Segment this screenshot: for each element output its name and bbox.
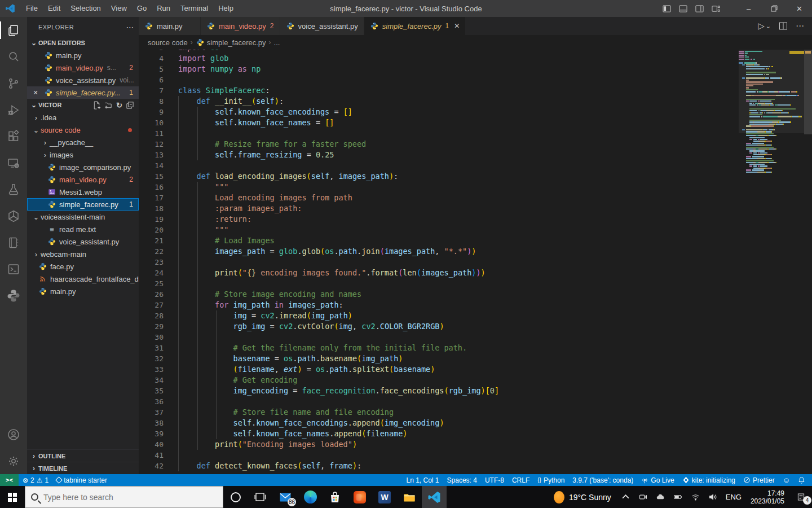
tree-item-webcam-main[interactable]: ›webcam-main — [27, 248, 139, 260]
tree-item-main-video-py[interactable]: main_video.py2 — [27, 173, 139, 186]
meet-now-icon[interactable] — [634, 486, 652, 508]
breadcrumb[interactable]: source code › simple_facerec.py › ... — [139, 35, 812, 50]
tree-item-Messi1-webp[interactable]: Messi1.webp — [27, 186, 139, 198]
timeline-header[interactable]: › TIMELINE — [27, 462, 139, 474]
toggle-panel-icon[interactable] — [679, 5, 687, 13]
file-explorer-icon[interactable] — [397, 486, 422, 508]
code-line-29[interactable]: 29 rgb_img = cv2.cvtColor(img, cv2.COLOR… — [139, 321, 739, 332]
wifi-icon[interactable] — [687, 486, 704, 508]
tree-item-voiceassistent-main[interactable]: ⌄voiceassistent-main — [27, 211, 139, 223]
code-line-4[interactable]: 4import glob — [139, 53, 739, 64]
minimize-button[interactable]: – — [736, 0, 761, 17]
word-app-icon[interactable]: W — [372, 486, 397, 508]
code-line-28[interactable]: 28 img = cv2.imread(img_path) — [139, 310, 739, 321]
breadcrumb-file[interactable]: simple_facerec.py — [207, 38, 266, 47]
python-interpreter[interactable]: 3.9.7 ('base': conda) — [568, 476, 637, 484]
notebook-extension-icon[interactable] — [0, 229, 27, 256]
search-icon[interactable] — [0, 43, 27, 70]
close-editor-icon[interactable]: ✕ — [27, 89, 44, 97]
show-hidden-icons-chevron[interactable] — [617, 486, 634, 508]
menu-run[interactable]: Run — [152, 4, 175, 12]
customize-layout-icon[interactable] — [712, 5, 720, 13]
menu-view[interactable]: View — [106, 4, 132, 12]
code-editor[interactable]: 3import os4import glob5import numpy as n… — [139, 50, 739, 474]
new-file-icon[interactable] — [92, 101, 101, 110]
code-line-6[interactable]: 6 — [139, 75, 739, 85]
eol-setting[interactable]: CRLF — [508, 476, 533, 484]
terminal-extension-icon[interactable] — [0, 256, 27, 282]
code-line-17[interactable]: 17 Load encoding images from path — [139, 192, 739, 203]
code-line-15[interactable]: 15 def load_encoding_images(self, images… — [139, 171, 739, 182]
close-tab-icon[interactable]: ✕ — [454, 22, 460, 30]
notification-center-icon[interactable]: 4 — [789, 486, 812, 508]
tree-item-read-me-txt[interactable]: ≡read me.txt — [27, 223, 139, 235]
code-line-30[interactable]: 30 — [139, 332, 739, 343]
onedrive-cloud-icon[interactable] — [652, 486, 669, 508]
code-line-8[interactable]: 8 def __init__(self): — [139, 96, 739, 107]
code-line-37[interactable]: 37 # Store file name and file encoding — [139, 407, 739, 418]
task-view-button[interactable] — [248, 486, 273, 508]
code-line-14[interactable]: 14 — [139, 160, 739, 171]
open-editor-item[interactable]: main_video.pys...2 — [27, 62, 139, 74]
minimap-slider[interactable] — [739, 50, 804, 133]
tree-item--pycache-[interactable]: ›__pycache__ — [27, 136, 139, 148]
code-line-22[interactable]: 22 images_path = glob.glob(os.path.join(… — [139, 246, 739, 257]
volume-icon[interactable] — [704, 486, 722, 508]
tree-item-images[interactable]: ›images — [27, 148, 139, 161]
refresh-icon[interactable]: ↻ — [116, 101, 122, 110]
explorer-more-actions-icon[interactable]: ⋯ — [126, 23, 134, 32]
code-line-33[interactable]: 33 (filename, ext) = os.path.splitext(ba… — [139, 364, 739, 375]
code-line-24[interactable]: 24 print("{} encoding images found.".for… — [139, 268, 739, 278]
code-line-32[interactable]: 32 basename = os.path.basename(img_path) — [139, 353, 739, 364]
code-line-11[interactable]: 11 — [139, 128, 739, 139]
code-line-10[interactable]: 10 self.known_face_names = [] — [139, 117, 739, 128]
split-editor-icon[interactable] — [779, 21, 788, 30]
tab-main-py[interactable]: main.py — [139, 17, 201, 35]
explorer-icon[interactable] — [0, 17, 27, 43]
menu-help[interactable]: Help — [213, 4, 239, 12]
kite-status[interactable]: kite: initializing — [678, 476, 739, 484]
tab-voice-assistant-py[interactable]: voice_assistant.py — [280, 17, 364, 35]
code-line-34[interactable]: 34 # Get encoding — [139, 375, 739, 386]
weather-widget[interactable]: 19°C Sunny — [548, 491, 617, 503]
breadcrumb-folder[interactable]: source code — [148, 38, 188, 47]
indentation-setting[interactable]: Spaces: 4 — [443, 476, 481, 484]
run-debug-icon[interactable] — [0, 97, 27, 123]
code-line-16[interactable]: 16 """ — [139, 182, 739, 192]
tabnine-status[interactable]: tabnine starter — [52, 476, 111, 484]
tab-simple-facerec-py[interactable]: simple_facerec.py1✕ — [364, 17, 466, 35]
code-line-35[interactable]: 35 img_encoding = face_recognition.face_… — [139, 386, 739, 396]
hexagon-extension-icon[interactable] — [0, 203, 27, 229]
code-line-40[interactable]: 40 print("Encoding images loaded") — [139, 439, 739, 450]
code-line-5[interactable]: 5import numpy as np — [139, 64, 739, 75]
tree-item-main-py[interactable]: main.py — [27, 285, 139, 297]
editor-scrollbar[interactable] — [804, 50, 812, 474]
search-input[interactable] — [43, 493, 201, 502]
scrollbar-thumb[interactable] — [804, 50, 812, 134]
mail-app-icon[interactable]: 86 — [273, 486, 298, 508]
language-mode[interactable]: {} Python — [533, 476, 568, 484]
clock[interactable]: 17:49 2023/01/05 — [745, 489, 789, 505]
code-line-41[interactable]: 41 — [139, 450, 739, 461]
feedback-icon[interactable]: ☺ — [779, 476, 794, 484]
code-line-39[interactable]: 39 self.known_face_names.append(filename… — [139, 428, 739, 439]
menu-selection[interactable]: Selection — [65, 4, 105, 12]
code-line-20[interactable]: 20 """ — [139, 225, 739, 235]
cortana-button[interactable] — [223, 486, 248, 508]
cursor-position[interactable]: Ln 1, Col 1 — [403, 476, 443, 484]
tree-item-voice-assistant-py[interactable]: voice_assistant.py — [27, 235, 139, 248]
editor-more-actions-icon[interactable]: ⋯ — [796, 21, 804, 31]
open-editor-item[interactable]: voice_assistant.pyvoi... — [27, 74, 139, 86]
notifications-bell-icon[interactable] — [794, 476, 812, 484]
run-dropdown-icon[interactable]: ⌄ — [766, 23, 771, 30]
remote-explorer-icon[interactable] — [0, 150, 27, 176]
code-line-42[interactable]: 42 def detect_known_faces(self, frame): — [139, 461, 739, 471]
run-python-file-button[interactable]: ▷ ⌄ — [758, 21, 771, 31]
tab-main-video-py[interactable]: main_video.py2 — [201, 17, 280, 35]
workspace-header[interactable]: ⌄ VICTOR ↻ — [27, 99, 139, 111]
code-line-23[interactable]: 23 — [139, 257, 739, 268]
outline-header[interactable]: › OUTLINE — [27, 449, 139, 462]
edge-browser-icon[interactable] — [298, 486, 323, 508]
toggle-sidebar-icon[interactable] — [663, 5, 671, 13]
menu-terminal[interactable]: Terminal — [175, 4, 213, 12]
